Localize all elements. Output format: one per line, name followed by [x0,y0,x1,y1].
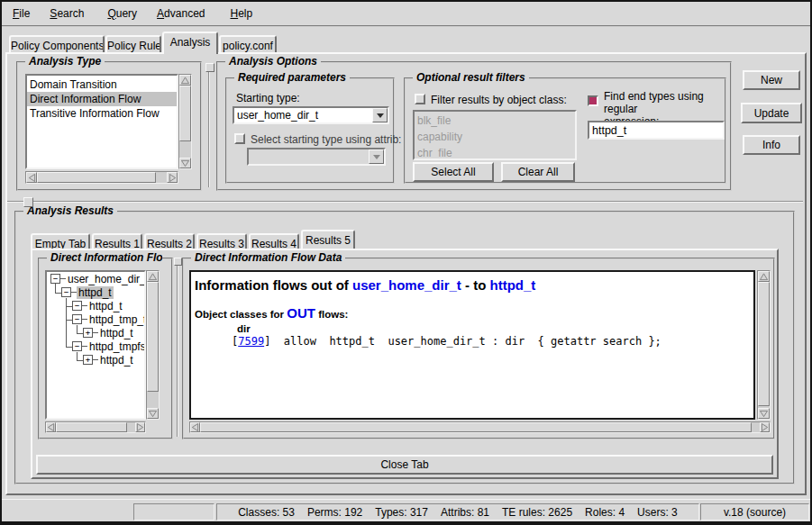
scroll-up-icon[interactable] [147,271,159,282]
scroll-left-icon[interactable] [190,422,200,432]
tree-node[interactable]: −user_home_dir_t [47,272,144,285]
tree-node[interactable]: −httpd_t [47,299,144,312]
results-sash-handle[interactable] [23,197,33,207]
menu-file-rest: ile [19,7,30,20]
analysis-type-listbox[interactable]: Domain Transition Direct Information Flo… [25,74,178,169]
rule-number-link[interactable]: 7599 [238,335,264,348]
tab-analysis[interactable]: Analysis [162,32,218,54]
tree-node-label[interactable]: httpd_t [98,327,135,339]
tree-node[interactable]: +httpd_t [47,326,144,339]
analysis-type-vscrollbar[interactable] [178,74,192,169]
flow-data-textarea[interactable]: Information flows out of user_home_dir_t… [189,270,755,420]
tab-results-4[interactable]: Results 4 [249,233,299,249]
scrollbar-thumb[interactable] [56,422,127,432]
tab-results-2[interactable]: Results 2 [144,233,195,249]
scroll-up-icon[interactable] [758,271,770,282]
filter-object-class-checkbox[interactable] [415,94,425,104]
attrib-checkbox[interactable] [234,133,245,144]
scrollbar-thumb[interactable] [179,86,191,141]
results-sash-line[interactable] [7,201,803,203]
tree-expand-icon[interactable]: + [83,328,93,338]
regex-input[interactable] [588,121,725,140]
scroll-right-icon[interactable] [167,172,178,183]
tree-node-label[interactable]: httpd_tmp_t [87,313,146,326]
scroll-left-icon[interactable] [26,172,37,183]
menu-advanced-rest: dvanced [164,7,205,20]
analysis-type-hscrollbar[interactable] [25,171,178,184]
flow-data-hscrollbar[interactable] [189,421,771,433]
tree-line [77,360,83,361]
regex-checkbox[interactable] [588,95,598,106]
list-item-transitive-information-flow[interactable]: Transitive Information Flow [27,106,177,121]
dropdown-arrow-icon[interactable] [372,108,388,122]
scrollbar-thumb[interactable] [37,172,156,183]
tree-node-label[interactable]: httpd_t [98,354,135,367]
optional-result-filters-title: Optional result filters [413,71,529,84]
starting-type-value[interactable]: user_home_dir_t [234,108,372,122]
tree-node[interactable]: +httpd_t [47,353,144,367]
results-tab-content: Direct Information Flow T −user_home_dir… [31,249,779,479]
tree-expand-icon[interactable]: − [72,341,82,351]
tree-line [66,320,72,321]
scroll-right-icon[interactable] [760,422,770,432]
tree-node-label[interactable]: httpd_t [87,300,124,312]
menu-help-rest: elp [238,7,252,20]
list-item-domain-transition[interactable]: Domain Transition [27,77,177,92]
tree-expand-icon[interactable]: − [61,287,71,297]
pane-sash-handle[interactable] [205,63,214,72]
flow-sub-prefix: Object classes for [195,309,287,320]
pane-sash-line[interactable] [208,72,210,187]
flow-subheading: Object classes for OUT flows: [195,305,753,321]
flow-data-groupbox: Direct Information Flow Data Information… [182,258,775,439]
tab-policy-components[interactable]: Policy Components [9,35,105,52]
tree-expand-icon[interactable]: − [72,314,82,324]
scroll-right-icon[interactable] [135,422,145,432]
tree-node-label[interactable]: httpd_tmpfs_t [87,340,146,353]
tree-expand-icon[interactable]: + [83,355,93,365]
flow-tree[interactable]: −user_home_dir_t −httpd_t −httpd_t −http… [45,270,146,420]
scroll-left-icon[interactable] [46,422,56,432]
tree-node[interactable]: −httpd_tmpfs_t [47,339,144,353]
status-users: Users: 3 [637,506,678,519]
tab-policy-rules[interactable]: Policy Rules [105,35,161,52]
status-perms: Perms: 192 [307,506,362,519]
menu-help[interactable]: Help [226,5,256,22]
tab-results-5[interactable]: Results 5 [301,230,355,249]
starting-type-combobox[interactable]: user_home_dir_t [233,106,389,124]
tab-results-3[interactable]: Results 3 [196,233,247,249]
scroll-up-icon[interactable] [179,75,191,86]
menu-query[interactable]: Query [104,5,141,22]
menu-file[interactable]: File [9,5,33,22]
list-item-direct-information-flow[interactable]: Direct Information Flow [27,92,177,106]
select-all-button[interactable]: Select All [413,162,494,182]
scrollbar-thumb[interactable] [200,422,752,432]
tab-empty-tab[interactable]: Empty Tab [31,233,90,249]
flow-data-vscrollbar[interactable] [757,270,771,420]
tree-node-label[interactable]: httpd_t [77,286,114,299]
menu-advanced[interactable]: Advanced [153,5,208,22]
scrollbar-thumb[interactable] [147,282,159,392]
menu-search[interactable]: Search [46,5,87,22]
clear-all-button[interactable]: Clear All [501,162,575,182]
info-button[interactable]: Info [743,135,800,155]
tab-policy-conf[interactable]: policy.conf [219,35,277,52]
scroll-down-icon[interactable] [758,408,770,419]
required-parameters-title: Required parameters [234,71,350,84]
new-button[interactable]: New [743,70,800,90]
scroll-down-icon[interactable] [179,158,191,168]
close-tab-button[interactable]: Close Tab [36,455,773,475]
flow-tree-hscrollbar[interactable] [45,421,146,433]
tree-data-sash-line[interactable] [177,266,178,437]
analysis-type-groupbox: Analysis Type Domain Transition Direct I… [16,61,202,191]
scrollbar-thumb[interactable] [758,282,770,406]
update-button[interactable]: Update [741,103,802,123]
tab-results-1[interactable]: Results 1 [92,233,142,249]
scroll-down-icon[interactable] [147,408,159,419]
tree-node[interactable]: −httpd_tmp_t [47,312,144,326]
tree-node[interactable]: −httpd_t [47,285,144,299]
tree-expand-icon[interactable]: − [50,274,60,284]
flow-tree-vscrollbar[interactable] [146,270,160,420]
tree-data-sash-handle[interactable] [174,258,182,266]
tree-expand-icon[interactable]: − [72,301,82,311]
tree-node-label[interactable]: user_home_dir_t [66,273,146,285]
